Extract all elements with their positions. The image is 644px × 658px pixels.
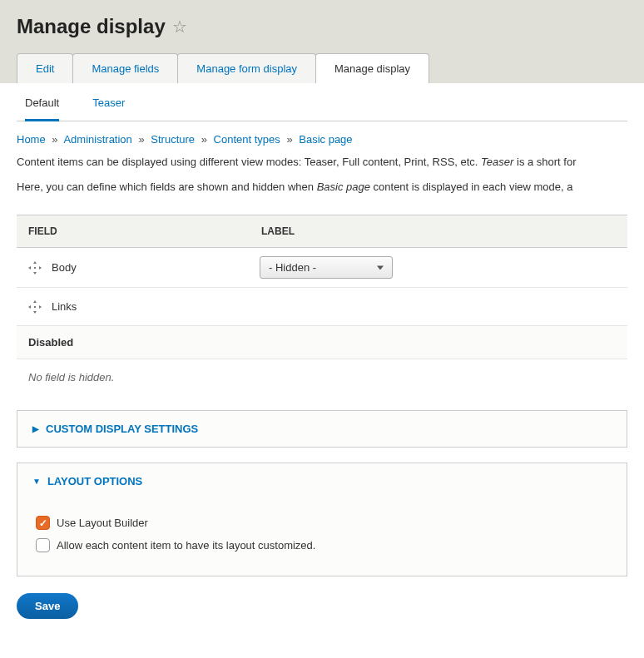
checkbox-use-layout-builder[interactable] [36, 516, 50, 530]
secondary-tabs: Default Teaser [17, 83, 627, 121]
checkbox-allow-custom-layout[interactable] [36, 538, 50, 552]
field-name: Body [52, 261, 260, 274]
triangle-down-icon: ▼ [32, 477, 41, 486]
desc2-pre: Here, you can define which fields are sh… [17, 181, 317, 193]
tab-manage-display[interactable]: Manage display [315, 53, 429, 83]
subtab-teaser[interactable]: Teaser [92, 96, 125, 121]
tab-manage-fields[interactable]: Manage fields [72, 53, 178, 83]
label-select[interactable]: - Hidden - [260, 256, 393, 279]
breadcrumb-sep: » [201, 133, 207, 146]
desc2-em: Basic page [317, 181, 370, 193]
table-row: Body - Hidden - [17, 248, 627, 288]
description-2: Here, you can define which fields are sh… [17, 179, 627, 195]
desc1-em: Teaser [481, 156, 513, 168]
col-header-label: LABEL [261, 225, 616, 237]
desc1-pre: Content items can be displayed using dif… [17, 156, 481, 168]
primary-tabs: Edit Manage fields Manage form display M… [17, 53, 627, 83]
breadcrumb-sep: » [52, 133, 57, 146]
checkbox-label: Allow each content item to have its layo… [57, 539, 315, 552]
save-button[interactable]: Save [17, 593, 78, 619]
crumb-administration[interactable]: Administration [63, 133, 131, 146]
details-layout-options: ▼ LAYOUT OPTIONS Use Layout Builder Allo… [17, 463, 627, 576]
table-row: Links [17, 288, 627, 326]
crumb-home[interactable]: Home [17, 133, 46, 146]
subtab-default[interactable]: Default [25, 96, 59, 121]
crumb-basic-page[interactable]: Basic page [299, 133, 352, 146]
tab-edit[interactable]: Edit [17, 53, 73, 83]
disabled-section-heading: Disabled [17, 326, 627, 359]
drag-handle-icon[interactable] [28, 261, 42, 275]
breadcrumb-sep: » [286, 133, 292, 146]
field-name: Links [52, 300, 260, 313]
drag-handle-icon[interactable] [28, 300, 42, 314]
crumb-structure[interactable]: Structure [151, 133, 195, 146]
checkbox-label: Use Layout Builder [57, 517, 148, 529]
crumb-content-types[interactable]: Content types [214, 133, 280, 146]
triangle-right-icon: ▶ [32, 424, 39, 433]
breadcrumb: Home » Administration » Structure » Cont… [17, 133, 627, 146]
tab-manage-form-display[interactable]: Manage form display [177, 53, 316, 83]
favorite-star-icon[interactable]: ☆ [172, 17, 187, 37]
details-title: CUSTOM DISPLAY SETTINGS [46, 423, 198, 435]
desc1-post: is a short for [513, 156, 576, 168]
details-title: LAYOUT OPTIONS [47, 475, 142, 487]
desc2-post: content is displayed in each view mode, … [370, 181, 573, 193]
disabled-empty-text: No field is hidden. [17, 359, 627, 395]
summary-layout-options[interactable]: ▼ LAYOUT OPTIONS [17, 463, 627, 499]
details-custom-display-settings: ▶ CUSTOM DISPLAY SETTINGS [17, 410, 627, 448]
field-display-table: FIELD LABEL Body - Hidden - Links Disabl… [17, 215, 627, 395]
col-header-field: FIELD [28, 225, 261, 237]
summary-custom-display-settings[interactable]: ▶ CUSTOM DISPLAY SETTINGS [17, 411, 627, 447]
breadcrumb-sep: » [138, 133, 144, 146]
description-1: Content items can be displayed using dif… [17, 154, 627, 171]
page-title: Manage display [17, 15, 166, 38]
